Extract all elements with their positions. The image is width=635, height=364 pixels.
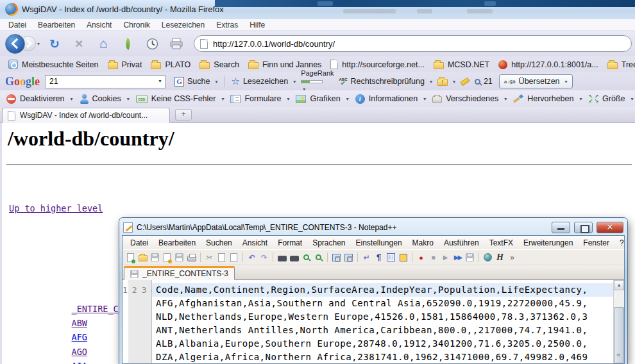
bookmark-item[interactable]: http://127.0.0.1:8001/a... <box>494 59 603 70</box>
bookmark-item[interactable]: Meistbesuchte Seiten <box>4 58 103 70</box>
back-button[interactable] <box>5 34 25 54</box>
highlight-button[interactable] <box>458 78 472 85</box>
google-search-input[interactable] <box>45 75 165 88</box>
menu-item[interactable]: Ansicht <box>81 21 117 29</box>
dev-disable-menu[interactable]: Deaktivieren <box>3 93 76 105</box>
menu-item[interactable]: Suchen <box>201 238 237 247</box>
google-search-box[interactable] <box>45 75 165 88</box>
history-dropdown-icon[interactable]: ▾ <box>37 41 40 47</box>
menu-item[interactable]: Erweiterungen <box>518 238 578 247</box>
scrollbar-thumb[interactable] <box>614 307 624 363</box>
new-file-icon[interactable] <box>125 252 136 263</box>
save-icon[interactable] <box>149 252 160 263</box>
menu-item[interactable]: Sprachen <box>307 238 350 247</box>
google-search-button[interactable]: GSuche <box>172 76 220 88</box>
bookmark-item[interactable]: Search <box>195 59 244 70</box>
url-bar[interactable]: http://127.0.0.1/world-db/country/ <box>194 35 632 52</box>
menu-item[interactable]: Makro <box>407 238 439 247</box>
entry-link[interactable]: AGO <box>72 347 87 357</box>
entry-link[interactable]: ABW <box>72 318 87 328</box>
close-button[interactable] <box>597 222 623 233</box>
menu-item[interactable]: Ausführen <box>439 238 484 247</box>
code-area[interactable]: Code,Name,Continent,Region,SurfaceArea,I… <box>152 280 613 363</box>
entry-link[interactable]: AFG <box>72 332 87 342</box>
sync-vertical-icon[interactable] <box>331 252 342 263</box>
theme-leaf-icon[interactable] <box>119 38 136 49</box>
record-macro-icon[interactable]: ● <box>416 252 427 263</box>
dev-outline-menu[interactable]: Hervorheben <box>510 93 585 105</box>
save-macro-icon[interactable] <box>464 252 475 263</box>
dev-css-menu[interactable]: Keine CSS-Fehler <box>133 93 228 104</box>
translate-button[interactable]: Übersetzen <box>499 74 573 88</box>
notepad-editor[interactable]: 123456 Code,Name,Continent,Region,Surfac… <box>123 280 624 363</box>
play-macro-icon[interactable]: ▶ <box>440 252 451 263</box>
url-text[interactable]: http://127.0.0.1/world-db/country/ <box>213 39 335 49</box>
menu-item[interactable]: Datei <box>125 238 153 247</box>
reload-button[interactable]: ↻ <box>46 37 63 51</box>
minimize-button[interactable] <box>552 222 570 233</box>
print-button[interactable] <box>168 38 185 49</box>
redo-icon[interactable]: ↷ <box>258 252 269 263</box>
new-tab-button[interactable]: + <box>175 109 192 120</box>
dev-miscellaneous-menu[interactable]: Verschiedenes <box>429 93 510 104</box>
google-bookmarks-button[interactable]: ☆Lesezeichen <box>228 74 298 88</box>
notepad-active-tab[interactable]: _ENTIRE_CONTENTS-3 <box>124 266 235 280</box>
html-preview-icon[interactable]: H <box>495 252 505 263</box>
spellcheck-button[interactable]: ABC✔Rechtschreibprüfung <box>337 76 435 87</box>
browser-preview-icon[interactable] <box>482 252 493 263</box>
vertical-scrollbar[interactable] <box>613 280 624 363</box>
up-link[interactable]: Up to higher level <box>9 203 103 213</box>
entry-link[interactable]: AIA <box>72 361 87 364</box>
menu-item[interactable]: Lesezeichen <box>156 21 210 29</box>
menu-item[interactable]: ? <box>614 238 625 247</box>
toolbar-overflow-chevron[interactable]: » <box>507 252 518 263</box>
dev-forms-menu[interactable]: Formulare <box>227 93 292 104</box>
send-to-button[interactable] <box>435 76 458 87</box>
function-highlight-icon[interactable] <box>398 252 409 263</box>
undo-icon[interactable]: ↶ <box>246 252 257 263</box>
sync-horizontal-icon[interactable] <box>343 252 354 263</box>
word-find-button[interactable]: 21 <box>472 76 495 87</box>
menu-item[interactable]: Datei <box>3 21 32 29</box>
zoom-out-icon[interactable] <box>313 252 324 263</box>
save-all-icon[interactable] <box>174 252 185 263</box>
home-button[interactable]: ⌂ <box>95 36 112 51</box>
bookmark-item[interactable]: MCSD.NET <box>429 59 494 70</box>
menu-item[interactable]: Extras <box>210 21 244 29</box>
show-symbols-icon[interactable]: ¶ <box>373 252 384 263</box>
dev-resize-menu[interactable]: Größe <box>585 93 635 104</box>
find-icon[interactable] <box>276 252 287 263</box>
save-copy-icon[interactable] <box>162 252 173 263</box>
cut-icon[interactable]: ✂ <box>204 252 215 263</box>
menu-item[interactable]: Chronik <box>117 21 155 29</box>
scroll-up-arrow[interactable] <box>614 280 624 290</box>
menu-item[interactable]: Format <box>273 238 307 247</box>
stop-macro-icon[interactable]: ■ <box>428 252 439 263</box>
menu-item[interactable]: Bearbeiten <box>32 21 81 29</box>
history-clock-button[interactable] <box>144 38 160 50</box>
stop-button[interactable]: × <box>71 36 87 51</box>
menu-item[interactable]: Bearbeiten <box>153 238 201 247</box>
run-macro-multi-icon[interactable]: ▶▶ <box>452 252 463 263</box>
indent-guide-icon[interactable] <box>385 252 396 263</box>
bookmark-item[interactable]: http://sourceforge.net... <box>326 58 429 70</box>
menu-item[interactable]: TextFX <box>484 238 518 247</box>
menu-item[interactable]: Hilfe <box>244 21 271 29</box>
notepad-titlebar[interactable]: C:\Users\Martin\AppData\Local\Temp\_ENTI… <box>122 220 625 235</box>
menu-item[interactable]: Fenster <box>578 238 614 247</box>
dev-cookies-menu[interactable]: Cookies <box>76 93 133 105</box>
dev-images-menu[interactable]: Grafiken <box>292 93 351 104</box>
bookmark-item[interactable]: PLATO <box>146 59 195 70</box>
zoom-in-icon[interactable] <box>301 252 312 263</box>
dev-information-menu[interactable]: Informationen <box>352 93 429 105</box>
print-icon[interactable] <box>186 252 197 263</box>
copy-icon[interactable] <box>216 252 227 263</box>
open-file-icon[interactable] <box>137 252 148 263</box>
paste-icon[interactable] <box>228 252 239 263</box>
word-wrap-icon[interactable]: ↵ <box>361 252 372 263</box>
bookmark-item[interactable]: Tree Samples <box>603 59 635 70</box>
bookmark-item[interactable]: Privat <box>103 59 147 70</box>
active-tab[interactable]: WsgiDAV - Index of /world-db/count... <box>2 108 170 123</box>
replace-icon[interactable] <box>289 252 300 263</box>
maximize-button[interactable] <box>574 222 593 233</box>
